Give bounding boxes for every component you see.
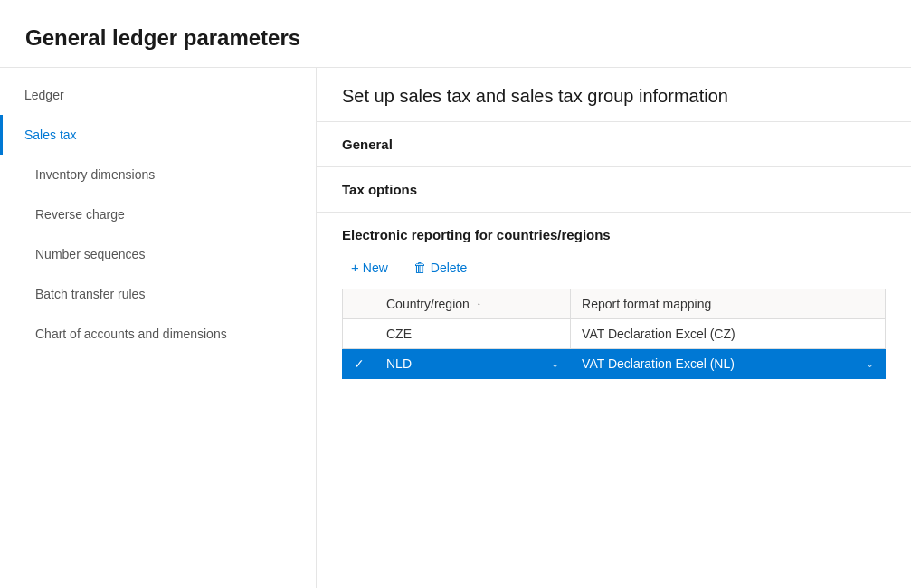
country-value[interactable]: CZE — [375, 319, 571, 349]
general-section: General — [317, 122, 911, 167]
col-country[interactable]: Country/region ↑ — [375, 289, 571, 319]
table-row[interactable]: CZEVAT Declaration Excel (CZ) — [343, 319, 886, 349]
delete-label: Delete — [431, 261, 467, 275]
page-title: General ledger parameters — [0, 0, 911, 67]
sidebar-item-chart-of-accounts[interactable]: Chart of accounts and dimensions — [0, 314, 316, 354]
sidebar: LedgerSales taxInventory dimensionsRever… — [0, 68, 317, 588]
col-report-format: Report format mapping — [571, 289, 886, 319]
general-label: General — [342, 137, 886, 152]
sidebar-item-number-sequences[interactable]: Number sequences — [0, 234, 316, 274]
new-label: New — [363, 261, 388, 275]
sidebar-item-inventory-dimensions[interactable]: Inventory dimensions — [0, 155, 316, 194]
row-checkbox-cell[interactable] — [343, 319, 375, 349]
chevron-down-icon[interactable]: ⌄ — [551, 358, 559, 370]
format-value[interactable]: VAT Declaration Excel (CZ) — [571, 319, 886, 349]
main-content: Set up sales tax and sales tax group inf… — [317, 68, 911, 588]
main-header-text: Set up sales tax and sales tax group inf… — [342, 86, 886, 107]
tax-options-section: Tax options — [317, 167, 911, 213]
col-check — [343, 289, 375, 319]
main-header: Set up sales tax and sales tax group inf… — [317, 68, 911, 122]
page-container: General ledger parameters LedgerSales ta… — [0, 0, 911, 588]
sidebar-item-ledger[interactable]: Ledger — [0, 75, 316, 115]
row-country-cell[interactable]: NLD⌄ — [375, 349, 571, 379]
col-country-label: Country/region — [386, 297, 470, 311]
chevron-down-icon[interactable]: ⌄ — [866, 358, 874, 370]
electronic-reporting-section: Electronic reporting for countries/regio… — [317, 213, 911, 397]
sort-icon: ↑ — [477, 300, 481, 310]
tax-options-label: Tax options — [342, 182, 886, 197]
row-format-cell[interactable]: VAT Declaration Excel (NL)⌄ — [571, 349, 886, 379]
delete-button[interactable]: 🗑 Delete — [404, 255, 476, 280]
format-value[interactable]: VAT Declaration Excel (NL) — [582, 356, 735, 371]
col-report-format-label: Report format mapping — [582, 297, 711, 311]
table-row[interactable]: ✓NLD⌄VAT Declaration Excel (NL)⌄ — [343, 349, 886, 379]
country-value[interactable]: NLD — [386, 356, 412, 371]
plus-icon: + — [351, 260, 359, 275]
table-toolbar: + New 🗑 Delete — [342, 255, 886, 280]
countries-table: Country/region ↑ Report format mapping C… — [342, 289, 886, 379]
new-button[interactable]: + New — [342, 255, 397, 280]
sidebar-item-sales-tax[interactable]: Sales tax — [0, 115, 316, 155]
electronic-reporting-label: Electronic reporting for countries/regio… — [342, 227, 886, 242]
row-checkbox-cell[interactable]: ✓ — [343, 349, 375, 379]
checkmark-icon: ✓ — [354, 356, 365, 371]
sidebar-item-batch-transfer-rules[interactable]: Batch transfer rules — [0, 274, 316, 314]
table-header-row: Country/region ↑ Report format mapping — [343, 289, 886, 319]
content-area: LedgerSales taxInventory dimensionsRever… — [0, 67, 911, 588]
sidebar-item-reverse-charge[interactable]: Reverse charge — [0, 194, 316, 234]
trash-icon: 🗑 — [413, 260, 427, 275]
